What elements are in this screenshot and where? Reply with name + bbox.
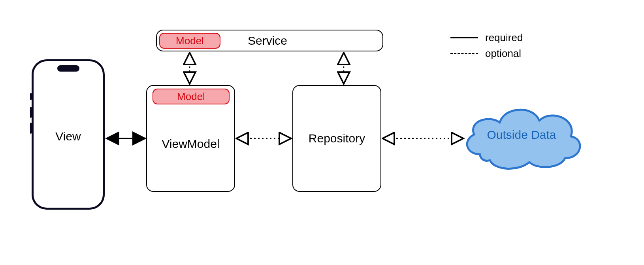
- legend-optional-label: optional: [485, 47, 521, 60]
- phone-side-button-icon: [30, 123, 32, 134]
- phone-notch-icon: [57, 65, 79, 72]
- repository-node: Repository: [292, 85, 381, 192]
- viewmodel-label: ViewModel: [147, 137, 234, 151]
- outside-data-label: Outside Data: [487, 128, 556, 142]
- service-node: Model Service: [156, 30, 383, 51]
- diagram-canvas: View Model Service Model ViewModel Repos…: [0, 0, 644, 265]
- view-label: View: [55, 130, 81, 143]
- legend-optional-line-icon: [450, 53, 478, 54]
- legend: required optional: [450, 30, 523, 61]
- phone-side-button-icon: [30, 107, 32, 118]
- service-model-badge: Model: [159, 33, 220, 49]
- viewmodel-node: Model ViewModel: [146, 85, 235, 192]
- phone-side-button-icon: [30, 93, 32, 100]
- viewmodel-model-badge: Model: [153, 89, 230, 104]
- service-label: Service: [248, 34, 287, 47]
- legend-required-line-icon: [450, 37, 478, 38]
- repository-label: Repository: [309, 132, 365, 145]
- view-node: View: [32, 59, 105, 210]
- outside-data-node: Outside Data: [458, 99, 585, 174]
- legend-required-label: required: [485, 32, 523, 44]
- legend-optional-row: optional: [450, 45, 523, 61]
- legend-required-row: required: [450, 30, 523, 45]
